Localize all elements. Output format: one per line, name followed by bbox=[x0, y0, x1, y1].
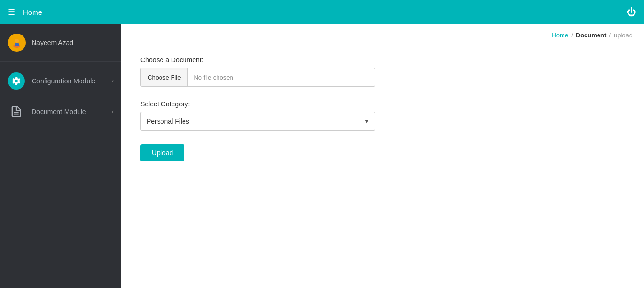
no-file-text: No file chosen bbox=[188, 74, 239, 81]
document-chevron-icon: ‹ bbox=[112, 108, 114, 115]
breadcrumb-home[interactable]: Home bbox=[552, 32, 568, 39]
layout: Nayeem Azad Configuration Module ‹ bbox=[0, 24, 644, 288]
breadcrumb-sep-2: / bbox=[609, 32, 611, 39]
category-select[interactable]: Personal Files Work Files Other bbox=[140, 112, 375, 131]
sidebar-item-document[interactable]: Document Module ‹ bbox=[0, 96, 121, 127]
choose-file-button[interactable]: Choose File bbox=[141, 68, 188, 86]
breadcrumb: Home / Document / upload bbox=[121, 24, 644, 46]
form-area: Choose a Document: Choose File No file c… bbox=[121, 46, 644, 171]
avatar bbox=[8, 34, 26, 52]
document-icon bbox=[8, 103, 25, 120]
configuration-icon bbox=[8, 72, 25, 90]
menu-icon[interactable]: ☰ bbox=[8, 7, 15, 17]
user-name: Nayeem Azad bbox=[32, 39, 73, 46]
power-icon[interactable]: ⏻ bbox=[627, 7, 636, 18]
category-select-wrapper: Personal Files Work Files Other ▼ bbox=[140, 112, 375, 131]
breadcrumb-current: Document bbox=[576, 32, 607, 39]
navbar: ☰ Home ⏻ bbox=[0, 0, 644, 24]
svg-point-0 bbox=[15, 39, 19, 43]
select-category-group: Select Category: Personal Files Work Fil… bbox=[140, 100, 625, 131]
sidebar: Nayeem Azad Configuration Module ‹ bbox=[0, 24, 121, 288]
file-input-wrapper: Choose File No file chosen bbox=[140, 68, 375, 87]
choose-document-group: Choose a Document: Choose File No file c… bbox=[140, 56, 625, 87]
main-content: Home / Document / upload Choose a Docume… bbox=[121, 24, 644, 288]
navbar-title: Home bbox=[23, 8, 42, 16]
configuration-module-label: Configuration Module bbox=[32, 77, 112, 85]
breadcrumb-sep-1: / bbox=[571, 32, 573, 39]
upload-button-group: Upload bbox=[140, 144, 625, 161]
svg-rect-2 bbox=[15, 43, 19, 46]
sidebar-nav: Configuration Module ‹ Document Module ‹ bbox=[0, 62, 121, 127]
sidebar-item-configuration[interactable]: Configuration Module ‹ bbox=[0, 66, 121, 96]
configuration-chevron-icon: ‹ bbox=[112, 78, 114, 84]
document-module-label: Document Module bbox=[32, 108, 112, 115]
select-category-label: Select Category: bbox=[140, 100, 625, 108]
choose-document-label: Choose a Document: bbox=[140, 56, 625, 64]
sidebar-user: Nayeem Azad bbox=[0, 24, 121, 62]
upload-button[interactable]: Upload bbox=[140, 144, 184, 161]
breadcrumb-page: upload bbox=[614, 32, 632, 39]
